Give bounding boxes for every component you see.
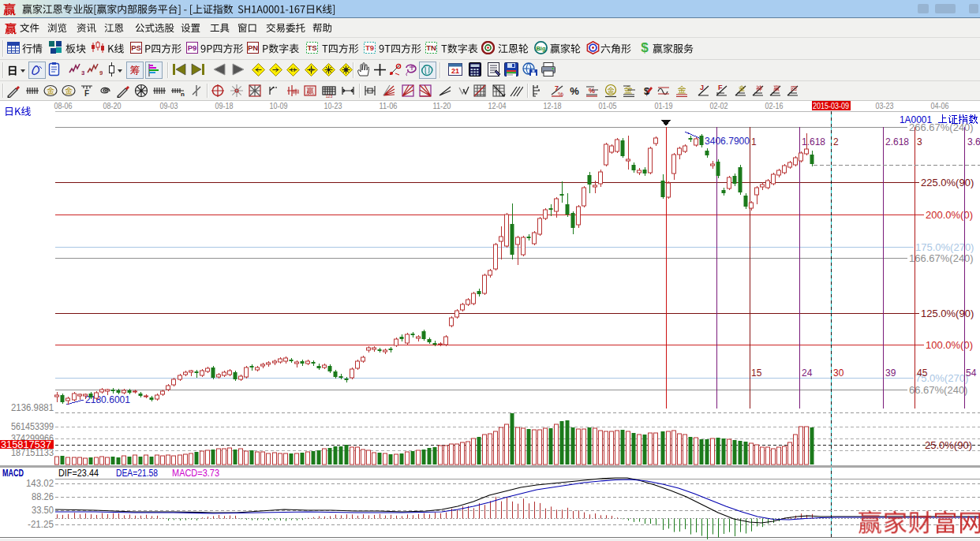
- svg-text:2: 2: [833, 136, 839, 147]
- svg-text:33.50: 33.50: [32, 505, 54, 516]
- svg-text:39: 39: [885, 368, 896, 379]
- svg-text:DIF=23.44: DIF=23.44: [58, 468, 99, 479]
- svg-text:01-19: 01-19: [655, 101, 673, 110]
- svg-text:01-05: 01-05: [599, 101, 617, 110]
- svg-text:-21.25: -21.25: [28, 519, 54, 530]
- svg-text:09-18: 09-18: [215, 101, 234, 110]
- svg-text:187151133: 187151133: [11, 447, 54, 458]
- svg-text:10-09: 10-09: [270, 101, 288, 110]
- svg-text:08-06: 08-06: [54, 101, 73, 110]
- svg-text:11-06: 11-06: [380, 101, 398, 110]
- svg-text:09-03: 09-03: [160, 101, 178, 110]
- svg-text:24: 24: [802, 368, 813, 379]
- svg-text:MACD: MACD: [2, 468, 24, 479]
- svg-text:225.0%(90): 225.0%(90): [921, 177, 974, 188]
- svg-text:02-02: 02-02: [710, 101, 728, 110]
- svg-text:1.618: 1.618: [802, 136, 825, 147]
- svg-text:DEA=21.58: DEA=21.58: [116, 468, 158, 479]
- svg-text:11-20: 11-20: [433, 101, 451, 110]
- svg-text:04-06: 04-06: [931, 101, 949, 110]
- svg-text:10-23: 10-23: [324, 101, 342, 110]
- svg-text:45: 45: [917, 368, 928, 379]
- svg-text:MACD=3.73: MACD=3.73: [172, 468, 219, 479]
- svg-text:02-16: 02-16: [765, 101, 784, 110]
- svg-text:1: 1: [751, 136, 757, 147]
- svg-text:15: 15: [751, 368, 762, 379]
- svg-text:25.0%(90): 25.0%(90): [925, 439, 972, 451]
- svg-text:88.26: 88.26: [32, 491, 54, 502]
- svg-text:2.618: 2.618: [885, 136, 909, 147]
- svg-text:561453399: 561453399: [11, 421, 54, 432]
- svg-text:66.67%(240): 66.67%(240): [909, 384, 967, 396]
- svg-text:3406.7900: 3406.7900: [705, 136, 750, 147]
- svg-text:12-18: 12-18: [544, 101, 562, 110]
- svg-text:175.0%(270): 175.0%(270): [915, 241, 974, 253]
- svg-text:3.6: 3.6: [967, 136, 980, 147]
- svg-text:125.0%(90): 125.0%(90): [921, 308, 974, 319]
- svg-text:08-20: 08-20: [103, 101, 122, 110]
- svg-text:03-23: 03-23: [876, 101, 894, 110]
- svg-text:2015-03-09: 2015-03-09: [813, 101, 849, 110]
- svg-text:1A0001: 1A0001: [900, 114, 932, 125]
- svg-text:12-04: 12-04: [488, 101, 507, 110]
- svg-text:200.0%(0): 200.0%(0): [926, 209, 973, 221]
- svg-text:100.0%(0): 100.0%(0): [926, 339, 973, 351]
- svg-text:143.02: 143.02: [26, 478, 54, 489]
- svg-text:54: 54: [966, 368, 977, 379]
- svg-text:3: 3: [917, 136, 922, 147]
- svg-text:2136.9881: 2136.9881: [11, 402, 54, 413]
- svg-text:30: 30: [833, 368, 844, 379]
- svg-text:166.67%(240): 166.67%(240): [909, 252, 974, 264]
